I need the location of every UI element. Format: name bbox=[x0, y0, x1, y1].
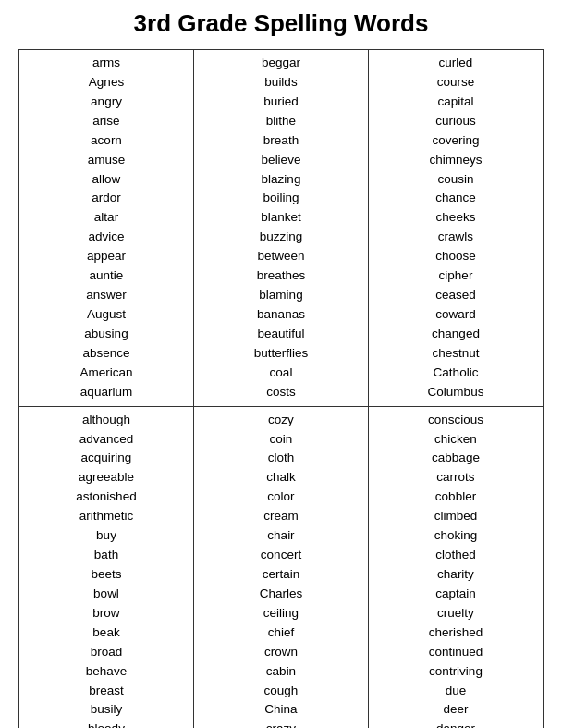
list-item: arms bbox=[92, 54, 120, 73]
list-item: cabin bbox=[266, 662, 296, 682]
list-item: color bbox=[267, 487, 294, 507]
list-item: allow bbox=[92, 170, 121, 190]
list-item: cipher bbox=[439, 266, 473, 286]
list-item: cream bbox=[263, 507, 299, 526]
list-item: Charles bbox=[260, 585, 303, 604]
list-item: cherished bbox=[429, 623, 483, 643]
list-item: acorn bbox=[91, 131, 122, 151]
list-item: choose bbox=[435, 247, 476, 266]
list-item: conscious bbox=[428, 411, 483, 430]
list-item: arise bbox=[92, 112, 119, 131]
list-item: builds bbox=[264, 73, 297, 93]
list-item: bananas bbox=[257, 305, 305, 325]
list-item: carrots bbox=[436, 468, 474, 487]
list-item: China bbox=[264, 700, 297, 720]
list-item: buy bbox=[96, 526, 116, 546]
list-item: cloth bbox=[268, 449, 295, 468]
list-item: beggar bbox=[262, 54, 300, 73]
list-item: appear bbox=[87, 247, 126, 266]
list-item: blanket bbox=[261, 208, 301, 228]
list-item: due bbox=[446, 682, 467, 701]
list-item: Agnes bbox=[89, 73, 124, 93]
list-item: busily bbox=[91, 700, 123, 720]
list-item: continued bbox=[429, 643, 483, 662]
list-item: aquarium bbox=[80, 383, 132, 402]
list-item: boiling bbox=[263, 189, 299, 208]
list-item: cheeks bbox=[436, 208, 476, 228]
col3-top-cell: curledcoursecapitalcuriouscoveringchimne… bbox=[369, 50, 544, 407]
list-item: chimneys bbox=[429, 151, 482, 170]
list-item: crawls bbox=[438, 228, 473, 247]
col1-top-cell: armsAgnesangryariseacornamuseallowardora… bbox=[19, 50, 194, 407]
list-item: climbed bbox=[434, 507, 478, 526]
list-item: abusing bbox=[84, 325, 128, 344]
list-item: curious bbox=[435, 112, 476, 131]
list-item: chair bbox=[267, 526, 294, 546]
list-item: captain bbox=[435, 585, 476, 604]
list-item: cousin bbox=[437, 170, 473, 190]
list-item: bloody bbox=[88, 720, 125, 728]
list-item: blithe bbox=[266, 112, 296, 131]
list-item: butterflies bbox=[254, 344, 309, 364]
col2-top-cell: beggarbuildsburiedblithebreathbelievebla… bbox=[194, 50, 369, 407]
list-item: blazing bbox=[262, 170, 301, 190]
list-item: advanced bbox=[79, 430, 134, 450]
list-item: coward bbox=[435, 305, 476, 325]
list-item: broad bbox=[91, 643, 123, 662]
list-item: brow bbox=[92, 604, 119, 623]
list-item: ardor bbox=[92, 189, 121, 208]
list-item: breathes bbox=[257, 266, 306, 286]
list-item: American bbox=[79, 364, 132, 383]
spelling-table: armsAgnesangryariseacornamuseallowardora… bbox=[18, 49, 544, 728]
list-item: chestnut bbox=[432, 344, 479, 364]
list-item: danger bbox=[436, 720, 475, 728]
list-item: believe bbox=[262, 151, 301, 170]
list-item: blaming bbox=[259, 286, 302, 305]
list-item: between bbox=[257, 247, 304, 266]
list-item: agreeable bbox=[79, 468, 134, 487]
list-item: ceased bbox=[435, 286, 476, 305]
list-item: cobbler bbox=[435, 487, 476, 507]
col2-bot-cell: cozycoinclothchalkcolorcreamchairconcert… bbox=[194, 406, 369, 728]
list-item: ceiling bbox=[263, 604, 299, 623]
list-item: Columbus bbox=[428, 383, 484, 402]
list-item: altar bbox=[94, 208, 118, 228]
list-item: bowl bbox=[93, 585, 119, 604]
list-item: advice bbox=[88, 228, 124, 247]
list-item: August bbox=[87, 305, 126, 325]
list-item: cough bbox=[264, 682, 299, 701]
list-item: buzzing bbox=[260, 228, 303, 247]
list-item: crown bbox=[264, 643, 298, 662]
list-item: costs bbox=[266, 383, 296, 402]
list-item: course bbox=[437, 73, 475, 93]
list-item: breath bbox=[263, 131, 299, 151]
list-item: breast bbox=[89, 682, 124, 701]
list-item: arithmetic bbox=[79, 507, 134, 526]
list-item: capital bbox=[437, 93, 473, 112]
list-item: changed bbox=[432, 325, 480, 344]
list-item: choking bbox=[434, 526, 478, 546]
list-item: clothed bbox=[435, 546, 476, 565]
col3-bot-cell: consciouschickencabbagecarrotscobblercli… bbox=[369, 406, 544, 728]
list-item: chicken bbox=[434, 430, 477, 450]
list-item: Catholic bbox=[434, 364, 479, 383]
list-item: amuse bbox=[88, 151, 126, 170]
list-item: contriving bbox=[429, 662, 483, 682]
list-item: covering bbox=[432, 131, 479, 151]
list-item: beets bbox=[91, 565, 121, 585]
list-item: angry bbox=[91, 93, 122, 112]
list-item: astonished bbox=[76, 487, 136, 507]
list-item: concert bbox=[261, 546, 301, 565]
list-item: chance bbox=[435, 189, 476, 208]
list-item: crazy bbox=[266, 720, 296, 728]
list-item: deer bbox=[443, 700, 468, 720]
col1-bot-cell: althoughadvancedacquiringagreeableastoni… bbox=[19, 406, 194, 728]
list-item: coal bbox=[270, 364, 293, 383]
list-item: behave bbox=[86, 662, 127, 682]
list-item: beak bbox=[92, 623, 119, 643]
list-item: absence bbox=[82, 344, 129, 364]
list-item: cozy bbox=[268, 411, 294, 430]
list-item: although bbox=[82, 411, 130, 430]
list-item: certain bbox=[263, 565, 300, 585]
list-item: chalk bbox=[266, 468, 296, 487]
